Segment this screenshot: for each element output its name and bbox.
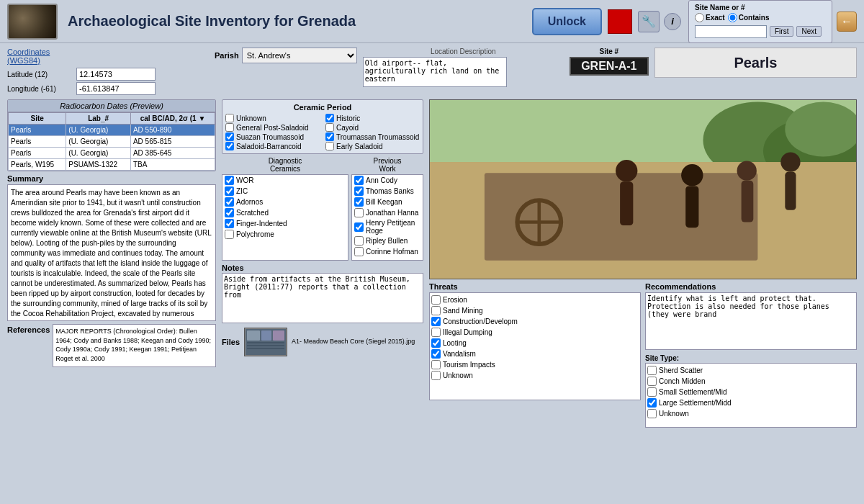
svg-rect-2 bbox=[261, 330, 271, 341]
list-item: Looting bbox=[431, 338, 639, 348]
logo-image bbox=[9, 5, 56, 38]
list-item: Ripley Bullen bbox=[352, 235, 423, 246]
info-icon[interactable]: i bbox=[664, 13, 681, 30]
contains-radio[interactable] bbox=[728, 13, 737, 22]
diagnostics-list: WORZICAdornosScratchedFinger-IndentedPol… bbox=[222, 174, 348, 261]
threats-rec-row: Threats ErosionSand MiningConstruction/D… bbox=[429, 282, 857, 428]
notes-textarea[interactable]: Aside from artifacts at the British Muse… bbox=[222, 273, 423, 323]
radiocarbon-header: Radiocarbon Dates (Preview) bbox=[8, 100, 215, 112]
first-button[interactable]: First bbox=[770, 26, 793, 37]
back-button[interactable]: ← bbox=[837, 12, 857, 32]
coordinates-block: Coordinates(WGS84) Latitude (12) Longitu… bbox=[7, 48, 209, 96]
svg-rect-4 bbox=[247, 342, 284, 343]
ceramic-panel: Ceramic Period UnknownHistoricGeneral Po… bbox=[222, 99, 423, 154]
diagnostics-block: DiagnosticCeramics WORZICAdornosScratche… bbox=[222, 157, 348, 261]
recommendations-textarea[interactable]: Identify what is left and protect that. … bbox=[645, 292, 857, 350]
list-item: Thomas Banks bbox=[352, 186, 423, 197]
search-input[interactable] bbox=[695, 25, 767, 38]
next-button[interactable]: Next bbox=[796, 26, 822, 37]
svg-rect-6 bbox=[247, 348, 284, 349]
list-item: Polychrome bbox=[222, 229, 348, 240]
location-block: Location Description Old airport-- flat,… bbox=[363, 48, 564, 89]
left-column: Radiocarbon Dates (Preview) Site Lab_# c… bbox=[7, 99, 216, 367]
file-thumbnail[interactable] bbox=[244, 328, 287, 356]
list-item: Historic bbox=[325, 114, 420, 122]
list-item: Finger-Indented bbox=[222, 218, 348, 229]
location-label: Location Description bbox=[363, 48, 564, 55]
references-label: References bbox=[7, 324, 50, 334]
lon-label: Longitude (-61) bbox=[7, 85, 72, 93]
list-item: Erosion bbox=[431, 294, 639, 305]
list-item: Unknown bbox=[431, 370, 639, 381]
summary-block: Summary The area around Pearls may have … bbox=[7, 174, 216, 321]
file-thumb-image bbox=[246, 329, 286, 355]
threats-block: Threats ErosionSand MiningConstruction/D… bbox=[429, 282, 641, 428]
recommendations-block: Recommendations Identify what is left an… bbox=[645, 282, 857, 428]
notes-block: Notes Aside from artifacts at the Britis… bbox=[222, 264, 423, 325]
search-panel: Site Name or # Exact Contains First Next bbox=[688, 0, 832, 43]
rc-col-date: cal BC/AD, 2σ (1 ▼ bbox=[130, 113, 215, 125]
list-item: Tourism Impacts bbox=[431, 359, 639, 370]
photo-image bbox=[430, 100, 856, 279]
diag-prev-row: DiagnosticCeramics WORZICAdornosScratche… bbox=[222, 157, 423, 261]
list-item: Adornos bbox=[222, 197, 348, 207]
settings-icon[interactable]: 🔧 bbox=[638, 11, 660, 32]
list-item: Saladoid-Barrancoid bbox=[225, 142, 320, 150]
list-item: Unknown bbox=[647, 408, 855, 419]
exact-radio-label: Exact bbox=[695, 13, 725, 22]
svg-point-16 bbox=[681, 164, 703, 186]
rc-col-lab: Lab_# bbox=[66, 113, 131, 125]
table-row[interactable]: Pearls(U. Georgia)AD 550-890 bbox=[9, 125, 215, 136]
table-row[interactable]: Pearls, W195PSUAMS-1322TBA bbox=[9, 159, 215, 171]
radiocarbon-panel: Radiocarbon Dates (Preview) Site Lab_# c… bbox=[7, 99, 216, 171]
ceramic-label: Ceramic Period bbox=[225, 103, 420, 112]
list-item: Conch Midden bbox=[647, 376, 855, 387]
location-textarea[interactable]: Old airport-- flat, agriculturally rich … bbox=[363, 57, 507, 87]
summary-text: The area around Pearls may have been kno… bbox=[7, 184, 216, 321]
list-item: WOR bbox=[222, 175, 348, 186]
photo-svg bbox=[430, 100, 856, 279]
coordinates-link[interactable]: Coordinates(WGS84) bbox=[7, 48, 50, 65]
site-name-title: Pearls bbox=[654, 48, 857, 78]
svg-rect-17 bbox=[685, 186, 698, 228]
previous-work-label: PreviousWork bbox=[351, 157, 423, 173]
svg-rect-21 bbox=[785, 172, 796, 210]
list-item: Small Settlement/Mid bbox=[647, 387, 855, 397]
threats-list: ErosionSand MiningConstruction/DevelopmI… bbox=[429, 292, 641, 400]
app-title: Archaeological Site Inventory for Grenad… bbox=[68, 13, 532, 30]
lat-input[interactable] bbox=[76, 68, 156, 81]
svg-rect-1 bbox=[247, 330, 260, 341]
list-item: Illegal Dumping bbox=[431, 327, 639, 338]
list-item: ZIC bbox=[222, 186, 348, 197]
sitenum-label: Site # bbox=[599, 48, 618, 55]
table-row[interactable]: Pearls(U. Georgia)AD 565-815 bbox=[9, 136, 215, 148]
svg-point-20 bbox=[780, 152, 800, 171]
red-indicator bbox=[608, 9, 632, 34]
svg-rect-5 bbox=[247, 345, 284, 346]
list-item: Corinne Hofman bbox=[352, 246, 423, 257]
summary-label: Summary bbox=[7, 174, 216, 183]
exact-radio[interactable] bbox=[695, 13, 704, 22]
svg-rect-19 bbox=[742, 181, 754, 222]
right-column: Threats ErosionSand MiningConstruction/D… bbox=[429, 99, 857, 428]
list-item: Ann Cody bbox=[352, 175, 423, 186]
sitenum-block: Site # bbox=[570, 48, 649, 76]
sitenum-input[interactable] bbox=[570, 57, 649, 76]
parish-select[interactable]: St. Andrew's St. David's St. George's St… bbox=[242, 48, 357, 63]
list-item: Scratched bbox=[222, 207, 348, 218]
previous-work-list: Ann CodyThomas BanksBill KeeganJonathan … bbox=[351, 174, 423, 261]
lon-input[interactable] bbox=[76, 82, 156, 95]
site-photo bbox=[429, 99, 857, 279]
references-text: MAJOR REPORTS (Chronological Order): Bul… bbox=[53, 324, 216, 367]
data-row: Radiocarbon Dates (Preview) Site Lab_# c… bbox=[7, 99, 857, 428]
notes-label: Notes bbox=[222, 264, 423, 272]
files-block: Files A1- Meadow Beach Core (Siegel 2015… bbox=[222, 328, 423, 356]
list-item: Cayoid bbox=[325, 123, 420, 132]
table-row[interactable]: Pearls(U. Georgia)AD 385-645 bbox=[9, 148, 215, 159]
list-item: Unknown bbox=[225, 114, 320, 122]
list-item: Jonathan Hanna bbox=[352, 207, 423, 218]
previous-work-block: PreviousWork Ann CodyThomas BanksBill Ke… bbox=[351, 157, 423, 261]
unlock-button[interactable]: Unlock bbox=[532, 8, 602, 35]
list-item: Sherd Scatter bbox=[647, 365, 855, 376]
main-content: Coordinates(WGS84) Latitude (12) Longitu… bbox=[0, 43, 864, 432]
